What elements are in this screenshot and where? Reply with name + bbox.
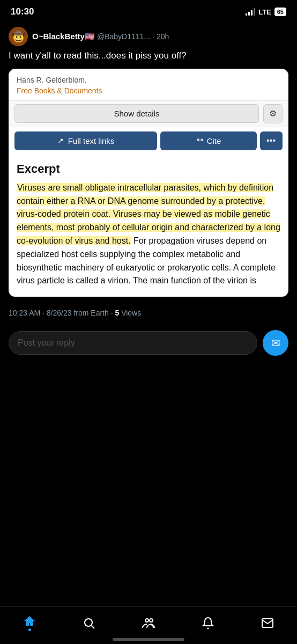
tweet-username[interactable]: O~BlackBetty🇺🇸 [32,32,95,41]
nav-home[interactable] [14,612,44,633]
reply-placeholder: Post your reply [18,338,75,347]
svg-point-0 [85,619,92,626]
cite-button[interactable]: ❝❝ Cite [160,131,257,150]
reply-bar: Post your reply ✉ [0,325,297,361]
tweet-header: 🤠 O~BlackBetty🇺🇸 @BabyD1111... · 20h [9,27,288,46]
nav-messages[interactable] [253,614,283,632]
tweet-views-label: Views [119,309,141,317]
status-time: 10:30 [11,6,34,17]
tweet-footer: 10:23 AM · 8/26/23 from Earth · 5 Views [0,303,297,325]
tweet-text: I want y'all to read this...does it piss… [9,49,288,62]
tweet-handle: @BabyD1111... [97,32,150,41]
quote-icon: ❝❝ [196,137,204,145]
show-details-button[interactable]: Show details [14,104,259,123]
home-indicator [113,638,184,641]
excerpt-title: Excerpt [17,162,280,176]
lte-label: LTE [258,8,271,16]
reply-compose-button[interactable]: ✉ [263,330,288,356]
home-icon [23,614,36,627]
action-buttons: ↗ Full text links ❝❝ Cite ••• [9,127,288,155]
nav-search[interactable] [74,614,104,632]
card-meta: Hans R. Gelderblom. [9,69,288,86]
svg-point-3 [150,619,153,622]
home-active-dot [28,628,31,631]
excerpt-text: Viruses are small obligate intracellular… [17,181,280,288]
card-source[interactable]: Free Books & Documents [9,86,288,100]
reply-input[interactable]: Post your reply [9,331,257,355]
search-icon [83,617,95,630]
status-bar: 10:30 LTE 65 [0,0,297,21]
gear-button[interactable]: ⚙ [263,104,283,123]
svg-line-1 [92,625,95,628]
show-details-bar: Show details ⚙ [9,100,288,127]
bell-icon [202,617,214,630]
full-text-label: Full text links [68,136,115,145]
tweet-time: 20h [157,32,169,41]
gear-icon: ⚙ [269,108,277,119]
tweet-area: 🤠 O~BlackBetty🇺🇸 @BabyD1111... · 20h I w… [0,21,297,303]
card-embed: Hans R. Gelderblom. Free Books & Documen… [9,69,288,297]
tweet-timestamp: 10:23 AM · 8/26/23 from Earth · [9,309,115,317]
more-button[interactable]: ••• [260,131,283,150]
nav-community[interactable] [133,614,164,632]
battery-indicator: 65 [274,8,286,16]
more-icon: ••• [266,136,276,145]
signal-icon [246,8,255,16]
compose-icon: ✉ [271,336,280,349]
mail-icon [261,617,274,630]
nav-notifications[interactable] [193,614,223,632]
community-icon [142,617,155,630]
excerpt-section: Excerpt Viruses are small obligate intra… [9,155,288,296]
full-text-button[interactable]: ↗ Full text links [14,131,157,150]
external-link-icon: ↗ [57,136,64,145]
tweet-user-info: O~BlackBetty🇺🇸 @BabyD1111... · 20h [32,32,169,41]
avatar: 🤠 [9,27,28,46]
tweet-dot: · [152,32,154,41]
cite-label: Cite [207,136,221,145]
svg-point-2 [145,619,148,622]
status-icons: LTE 65 [246,8,286,16]
